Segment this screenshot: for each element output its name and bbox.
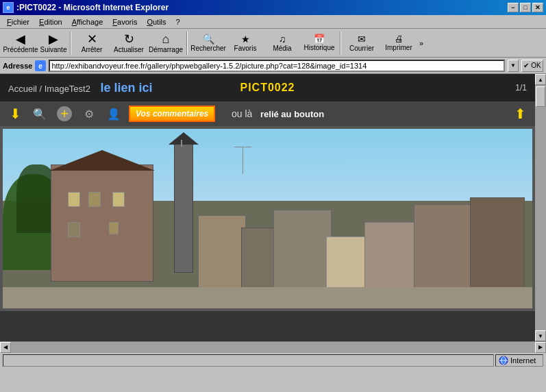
toolbar-extend[interactable]: » (419, 39, 423, 47)
internet-icon (499, 356, 508, 365)
menu-favoris[interactable]: Favoris (108, 16, 141, 27)
image-name: PICT0022 (240, 82, 295, 94)
menu-help[interactable]: ? (172, 16, 184, 27)
page-header: Accueil / ImageTest2 le lien ici PICT002… (0, 74, 535, 101)
browser-content: ▲ ▼ Accueil / ImageTest2 le lien ici PIC… (0, 74, 546, 341)
tools-button[interactable]: ⚙ (79, 104, 99, 123)
page-link[interactable]: le lien ici (100, 81, 152, 95)
toolbar-sep-1 (70, 32, 71, 55)
search-icon: 🔍 (203, 34, 214, 44)
antenna (243, 147, 243, 174)
add-button[interactable]: + (55, 104, 74, 123)
add-icon: + (57, 106, 72, 121)
menu-bar: Fichier Edition Affichage Favoris Outils… (0, 15, 546, 29)
search-button[interactable]: 🔍 Rechercher (190, 30, 226, 56)
home-label: Démarrage (149, 46, 183, 53)
toolbar-sep-3 (340, 32, 341, 55)
toolbar-sep-2 (186, 32, 188, 55)
maximize-button[interactable]: □ (520, 3, 531, 12)
address-go-button[interactable]: ✔ OK (521, 60, 543, 72)
stop-icon: ✕ (87, 33, 97, 45)
back-button[interactable]: ◀ Précédente (3, 30, 38, 56)
menu-edition[interactable]: Edition (35, 16, 66, 27)
go-label: ✔ OK (523, 62, 541, 69)
history-label: Historique (303, 44, 334, 51)
back-icon: ◀ (16, 33, 25, 45)
refresh-button[interactable]: ↻ Actualiser (111, 30, 147, 56)
back-label: Précédente (3, 46, 38, 53)
breadcrumb: Accueil / ImageTest2 le lien ici (8, 81, 152, 95)
tools-icon: ⚙ (84, 108, 94, 121)
scrollbar-bottom[interactable]: ◀ ▶ (0, 341, 546, 352)
address-icon: e (35, 60, 46, 71)
home-icon: ⌂ (162, 33, 170, 45)
print-label: Imprimer (385, 44, 412, 51)
road (3, 287, 532, 308)
page-counter: 1/1 (515, 83, 527, 93)
favorites-button[interactable]: ★ Favoris (227, 30, 263, 56)
print-button[interactable]: 🖨 Imprimer (381, 30, 417, 56)
scroll-left-button[interactable]: ◀ (0, 342, 11, 353)
menu-affichage[interactable]: Affichage (68, 16, 108, 27)
stop-label: Arrêter (82, 46, 103, 53)
zoom-button[interactable]: 🔍 (30, 104, 49, 123)
church-spire (169, 132, 199, 145)
scroll-h-track[interactable] (11, 342, 535, 353)
menu-fichier[interactable]: Fichier (3, 16, 34, 27)
up-icon: ⬆ (514, 106, 526, 122)
stop-button[interactable]: ✕ Arrêter (74, 30, 110, 56)
window-4 (68, 222, 80, 237)
window-controls: − □ ✕ (508, 3, 543, 12)
forward-button[interactable]: ▶ Suivante (40, 30, 67, 56)
nav-text (221, 108, 226, 119)
history-button[interactable]: 📅 Historique (301, 30, 337, 56)
app-icon: e (3, 2, 14, 13)
window-3 (112, 192, 125, 207)
window-5 (109, 222, 119, 234)
svg-text:e: e (39, 62, 43, 70)
address-bar: Adresse e ▼ ✔ OK (0, 58, 546, 74)
media-icon: ♫ (279, 34, 286, 44)
window-title: :PICT0022 - Microsoft Internet Explorer (16, 3, 169, 12)
nav-linked-text: relié au bouton (258, 109, 324, 119)
scroll-up-button[interactable]: ▲ (535, 74, 546, 85)
comment-button[interactable]: Vos commentaires (129, 106, 215, 122)
window-1 (68, 192, 80, 207)
scroll-track[interactable] (535, 85, 546, 330)
address-label: Adresse (3, 62, 32, 70)
mail-button[interactable]: ✉ Courrier (344, 30, 380, 56)
up-button[interactable]: ⬆ (510, 104, 530, 123)
search-label: Rechercher (190, 45, 226, 52)
address-input[interactable] (49, 60, 505, 72)
scroll-right-button[interactable]: ▶ (535, 342, 546, 353)
download-icon: ⬇ (10, 106, 21, 122)
print-icon: 🖨 (395, 34, 404, 43)
status-zone-label: Internet (510, 356, 536, 365)
media-button[interactable]: ♫ Média (264, 30, 300, 56)
toolbar: ◀ Précédente ▶ Suivante ✕ Arrêter ↻ Actu… (0, 29, 546, 58)
refresh-icon: ↻ (124, 33, 134, 45)
user-icon: 👤 (107, 108, 121, 121)
minimize-button[interactable]: − (508, 3, 519, 12)
home-button[interactable]: ⌂ Démarrage (148, 30, 184, 56)
close-button[interactable]: ✕ (532, 3, 543, 12)
scroll-down-button[interactable]: ▼ (535, 330, 546, 341)
refresh-label: Actualiser (114, 46, 144, 53)
forward-icon: ▶ (49, 33, 58, 45)
address-dropdown[interactable]: ▼ (508, 60, 519, 72)
status-main (3, 354, 494, 367)
image-area (0, 126, 535, 311)
photo (3, 129, 532, 308)
comment-label: Vos commentaires (136, 109, 208, 119)
user-button[interactable]: 👤 (104, 104, 123, 123)
antenna-h (234, 147, 251, 147)
menu-outils[interactable]: Outils (142, 16, 170, 27)
title-bar: e :PICT0022 - Microsoft Internet Explore… (0, 0, 546, 15)
nav-bar: ⬇ 🔍 + ⚙ 👤 Vos commentaires ou là relié a… (0, 101, 535, 126)
building-roof (49, 150, 155, 171)
church-tower (174, 143, 193, 273)
download-button[interactable]: ⬇ (5, 104, 25, 123)
scrollbar-right[interactable]: ▲ ▼ (535, 74, 546, 341)
page-content: Accueil / ImageTest2 le lien ici PICT002… (0, 74, 535, 341)
scroll-thumb[interactable] (536, 86, 545, 107)
